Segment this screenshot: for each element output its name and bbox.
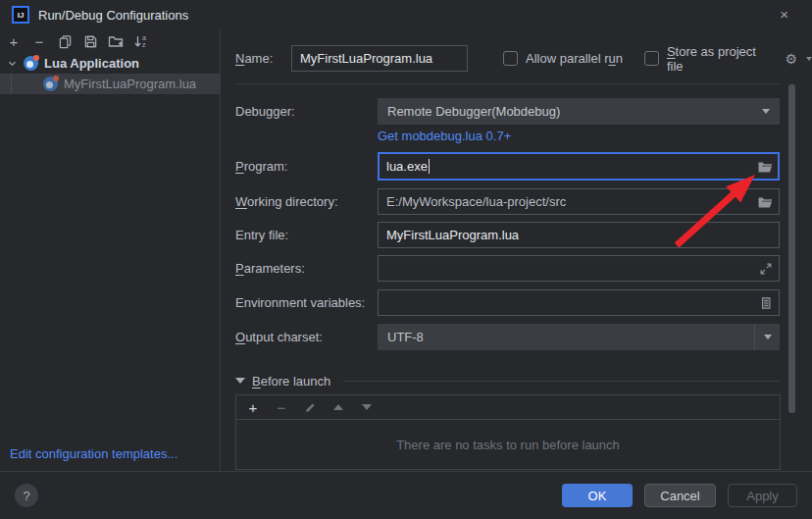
dialog-title: Run/Debug Configurations [38, 8, 188, 23]
gear-icon[interactable]: ⚙ [785, 52, 797, 66]
add-task-button[interactable]: + [246, 400, 260, 414]
edit-task-icon[interactable] [303, 400, 317, 414]
environment-variables-value[interactable] [386, 295, 759, 310]
parameters-row: Parameters: [235, 255, 780, 282]
header-rule [343, 381, 780, 382]
lua-file-icon [43, 77, 58, 91]
tree-child-label: MyFirstLuaProgram.lua [64, 77, 196, 91]
move-up-icon[interactable] [331, 400, 345, 414]
help-button[interactable]: ? [15, 484, 38, 507]
working-directory-input[interactable] [378, 188, 780, 215]
remove-configuration-button[interactable]: − [31, 33, 47, 49]
parameters-label: Parameters: [235, 261, 378, 276]
browse-folder-icon[interactable] [757, 159, 773, 175]
add-configuration-button[interactable]: + [6, 33, 22, 49]
save-configuration-icon[interactable] [82, 33, 98, 49]
ok-button[interactable]: OK [562, 484, 633, 507]
move-down-icon[interactable] [360, 400, 374, 414]
working-directory-label: Working directory: [235, 194, 378, 209]
svg-text:z: z [142, 41, 146, 48]
title-bar: IJ Run/Debug Configurations × [0, 0, 812, 29]
entry-file-value[interactable] [386, 228, 773, 242]
remove-task-button[interactable]: − [275, 400, 288, 414]
tree-root-label: Lua Application [44, 56, 139, 71]
before-launch-label: Before launch [252, 374, 330, 389]
copy-configuration-icon[interactable] [57, 33, 73, 49]
before-launch-panel: + − There are no tasks to run before lau… [235, 394, 781, 470]
gear-dropdown-arrow-icon [806, 57, 812, 61]
lua-application-icon [24, 56, 38, 71]
mobdebug-link-row: Get mobdebug.lua 0.7+ [378, 126, 511, 145]
output-charset-label: Output charset: [235, 330, 378, 344]
before-launch-header[interactable]: Before launch [235, 372, 780, 389]
edit-configuration-templates-link[interactable]: Edit configuration templates... [10, 446, 178, 461]
output-charset-value: UTF-8 [387, 330, 424, 344]
environment-variables-input[interactable] [378, 289, 780, 316]
close-icon[interactable]: × [780, 5, 788, 25]
environment-variables-row: Environment variables: [235, 289, 780, 316]
text-caret [429, 159, 430, 174]
configurations-sidebar: + − [0, 29, 221, 471]
output-charset-row: Output charset: UTF-8 [235, 324, 780, 350]
combo-dropdown-button[interactable] [754, 324, 780, 350]
before-launch-empty-text: There are no tasks to run before launch [236, 420, 780, 469]
checkbox-icon[interactable] [503, 51, 518, 66]
apply-button[interactable]: Apply [728, 484, 797, 507]
allow-parallel-run-checkbox[interactable]: Allow parallel run [503, 45, 623, 72]
intellij-logo-icon: IJ [12, 6, 29, 24]
chevron-down-icon [762, 109, 770, 114]
tree-indent-guide [11, 74, 12, 94]
name-input[interactable] [291, 45, 468, 72]
output-charset-select[interactable]: UTF-8 [378, 324, 780, 350]
debugger-select[interactable]: Remote Debugger(Mobdebug) [378, 98, 780, 125]
sidebar-toolbar: + − [0, 29, 220, 53]
configuration-form: Name: Allow parallel run Store as projec… [222, 29, 812, 471]
sort-configurations-icon[interactable]: a z [133, 33, 149, 49]
browse-list-icon[interactable] [759, 296, 773, 310]
footer-buttons: OK Cancel Apply [562, 484, 797, 507]
section-divider [235, 83, 780, 84]
debugger-label: Debugger: [235, 104, 378, 119]
working-directory-value[interactable] [386, 194, 757, 209]
working-directory-row: Working directory: [235, 188, 780, 215]
run-debug-configurations-dialog: IJ Run/Debug Configurations × + − [0, 0, 812, 519]
collapse-triangle-icon[interactable] [235, 378, 245, 384]
before-launch-toolbar: + − [236, 395, 780, 420]
vertical-scrollbar[interactable] [788, 84, 795, 413]
program-row: Program: lua.exe [235, 152, 780, 181]
entry-file-input[interactable] [378, 222, 780, 248]
sidebar-item-myfirstluaprogram[interactable]: MyFirstLuaProgram.lua [0, 74, 220, 94]
debugger-value: Remote Debugger(Mobdebug) [387, 104, 560, 119]
store-as-project-file-checkbox[interactable]: Store as project file ⚙ [644, 45, 812, 72]
expand-icon[interactable] [759, 262, 773, 276]
allow-parallel-run-label: Allow parallel run [526, 51, 623, 66]
browse-folder-icon[interactable] [757, 194, 773, 210]
program-input[interactable]: lua.exe [378, 152, 780, 181]
svg-text:a: a [142, 34, 146, 41]
checkbox-icon[interactable] [644, 51, 659, 66]
store-as-project-file-label: Store as project file [667, 44, 776, 74]
dialog-footer: ? OK Cancel Apply [0, 471, 812, 519]
entry-file-label: Entry file: [235, 228, 378, 242]
environment-variables-label: Environment variables: [235, 295, 378, 310]
parameters-value[interactable] [386, 261, 759, 276]
entry-file-row: Entry file: [235, 222, 780, 248]
get-mobdebug-link[interactable]: Get mobdebug.lua 0.7+ [378, 129, 511, 143]
chevron-down-icon [764, 335, 772, 339]
sidebar-item-lua-application[interactable]: Lua Application [0, 53, 220, 74]
chevron-down-icon [7, 58, 18, 69]
new-folder-icon[interactable] [108, 33, 124, 49]
program-label: Program: [235, 159, 378, 174]
name-label: Name: [235, 51, 291, 66]
debugger-row: Debugger: Remote Debugger(Mobdebug) [235, 98, 780, 125]
parameters-input[interactable] [378, 255, 780, 282]
cancel-button[interactable]: Cancel [644, 484, 716, 507]
program-value: lua.exe [386, 159, 428, 174]
